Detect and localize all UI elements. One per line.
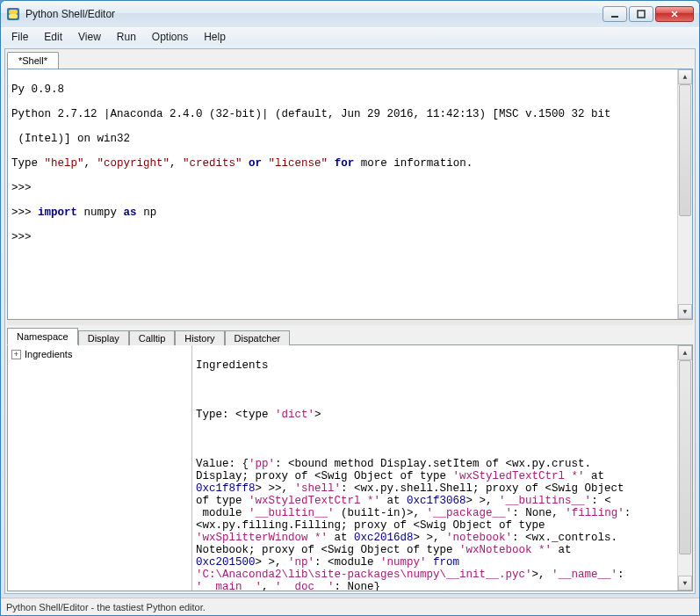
menu-run[interactable]: Run xyxy=(110,29,143,45)
window-title: Python Shell/Editor xyxy=(25,8,603,20)
workspace: *Shell* Py 0.9.8 Python 2.7.12 |Anaconda… xyxy=(4,48,696,594)
scroll-down-icon[interactable]: ▼ xyxy=(678,304,692,319)
app-icon xyxy=(6,7,20,21)
detail-type-line: Type: <type 'dict'> xyxy=(196,409,689,421)
scroll-down-icon[interactable]: ▼ xyxy=(678,576,692,591)
namespace-tree[interactable]: + Ingredients xyxy=(8,345,192,591)
detail-scrollbar[interactable]: ▲ ▼ xyxy=(677,345,692,591)
menubar: File Edit View Run Options Help xyxy=(1,27,699,45)
shell-banner-line: Py 0.9.8 xyxy=(11,83,689,96)
scroll-track[interactable] xyxy=(678,84,692,304)
tree-expand-icon[interactable]: + xyxy=(11,350,21,359)
info-tabstrip: Namespace Display Calltip History Dispat… xyxy=(5,325,695,344)
file-tabstrip: *Shell* xyxy=(5,49,695,69)
shell-banner-line: Python 2.7.12 |Anaconda 2.4.0 (32-bit)| … xyxy=(11,108,689,120)
menu-file[interactable]: File xyxy=(4,29,35,45)
menu-help[interactable]: Help xyxy=(197,29,233,45)
scroll-up-icon[interactable]: ▲ xyxy=(678,345,692,360)
close-button[interactable] xyxy=(655,6,694,22)
detail-value-block: Value: {'pp': <bound method Display.setI… xyxy=(196,458,689,591)
tree-root-label: Ingredients xyxy=(25,349,72,359)
menu-options[interactable]: Options xyxy=(145,29,195,45)
svg-rect-1 xyxy=(9,10,18,14)
shell-banner-line: Type "help", "copyright", "credits" or "… xyxy=(11,157,689,170)
scroll-track[interactable] xyxy=(678,360,692,576)
tab-calltip[interactable]: Calltip xyxy=(129,330,176,346)
maximize-button[interactable] xyxy=(629,6,653,22)
shell-input-line: >>> import numpy as np xyxy=(11,207,689,219)
scroll-thumb[interactable] xyxy=(679,84,691,216)
tab-display[interactable]: Display xyxy=(78,330,129,346)
svg-rect-2 xyxy=(9,14,18,18)
shell-scrollbar[interactable]: ▲ ▼ xyxy=(677,69,692,319)
shell-banner-line: (Intel)] on win32 xyxy=(11,133,689,145)
svg-rect-3 xyxy=(611,16,618,18)
tab-history[interactable]: History xyxy=(175,330,224,346)
status-text: Python Shell/Editor - the tastiest Pytho… xyxy=(6,602,206,612)
scroll-up-icon[interactable]: ▲ xyxy=(678,69,692,84)
menu-view[interactable]: View xyxy=(71,29,108,45)
app-window: Python Shell/Editor File Edit View Run O… xyxy=(0,0,700,616)
namespace-panel: + Ingredients Ingredients Type: <type 'd… xyxy=(7,344,693,591)
shell-prompt[interactable]: >>> xyxy=(11,231,689,243)
tree-root-row[interactable]: + Ingredients xyxy=(11,349,188,359)
scroll-thumb[interactable] xyxy=(679,360,691,554)
namespace-detail[interactable]: Ingredients Type: <type 'dict'> Value: {… xyxy=(192,345,692,591)
svg-rect-4 xyxy=(638,11,645,18)
tab-namespace[interactable]: Namespace xyxy=(7,328,78,345)
tab-dispatcher[interactable]: Dispatcher xyxy=(225,330,291,346)
detail-heading: Ingredients xyxy=(196,359,689,372)
titlebar[interactable]: Python Shell/Editor xyxy=(1,1,699,27)
shell-console[interactable]: Py 0.9.8 Python 2.7.12 |Anaconda 2.4.0 (… xyxy=(7,69,693,320)
shell-prompt: >>> xyxy=(11,182,689,194)
statusbar: Python Shell/Editor - the tastiest Pytho… xyxy=(1,598,699,615)
tab-shell[interactable]: *Shell* xyxy=(7,52,59,69)
menu-edit[interactable]: Edit xyxy=(37,29,69,45)
minimize-button[interactable] xyxy=(603,6,627,22)
